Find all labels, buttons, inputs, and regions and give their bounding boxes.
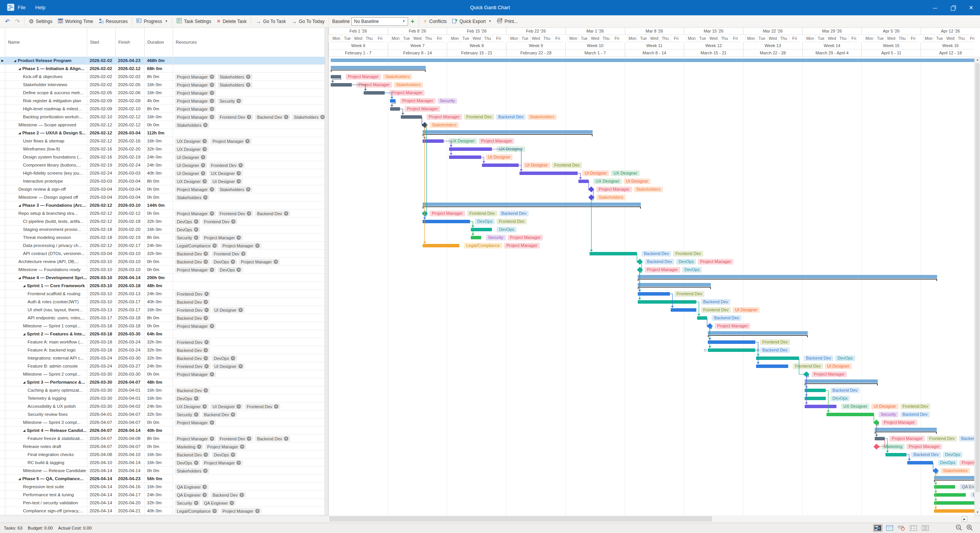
remove-resource-icon[interactable]: ✕ xyxy=(204,252,208,256)
resource-chip[interactable]: Project Manager✕ xyxy=(220,508,261,514)
remove-resource-icon[interactable]: ✕ xyxy=(247,211,251,216)
table-row[interactable]: Final integration checks2026-04-082026-0… xyxy=(0,451,325,459)
task-bar[interactable] xyxy=(449,147,492,151)
remove-resource-icon[interactable]: ✕ xyxy=(204,300,208,304)
task-bar[interactable] xyxy=(708,340,755,344)
remove-resource-icon[interactable]: ✕ xyxy=(255,244,260,248)
task-bar[interactable] xyxy=(449,155,481,159)
remove-resource-icon[interactable]: ✕ xyxy=(203,139,207,143)
task-bar[interactable] xyxy=(907,461,933,464)
resource-chip[interactable]: Project Manager✕ xyxy=(175,114,216,120)
table-row[interactable]: RC build & tagging2026-04-102026-04-1416… xyxy=(0,459,325,467)
resource-chip[interactable]: Backend Dev✕ xyxy=(175,452,210,458)
resource-chip[interactable]: UX Designer✕ xyxy=(209,170,243,176)
task-bar[interactable] xyxy=(671,308,696,312)
table-row[interactable]: Milestone — Scope approved2026-02-122026… xyxy=(0,121,325,129)
summary-bar[interactable] xyxy=(423,130,593,134)
remove-resource-icon[interactable]: ✕ xyxy=(247,437,251,441)
pane-splitter[interactable] xyxy=(325,28,328,515)
remove-resource-icon[interactable]: ✕ xyxy=(231,356,235,360)
remove-resource-icon[interactable]: ✕ xyxy=(237,404,241,409)
resource-chip[interactable]: Security✕ xyxy=(175,235,200,240)
resource-chip[interactable]: Backend Dev✕ xyxy=(255,114,290,120)
summary-bar[interactable] xyxy=(423,203,641,206)
resource-chip[interactable]: Backend Dev✕ xyxy=(175,259,210,265)
remove-resource-icon[interactable]: ✕ xyxy=(237,235,241,240)
resource-chip[interactable]: Stakeholders✕ xyxy=(218,74,252,80)
resource-chip[interactable]: Project Manager✕ xyxy=(175,82,216,88)
table-row[interactable]: Repo setup & branching stra...2026-02-12… xyxy=(0,209,325,217)
task-bar[interactable] xyxy=(875,437,885,440)
milestone-diamond[interactable] xyxy=(874,444,880,450)
vertical-scrollbar[interactable]: ▲ ▼ xyxy=(974,57,980,515)
table-row[interactable]: Wireframes (low-fi)2026-02-162026-02-203… xyxy=(0,145,325,153)
remove-resource-icon[interactable]: ✕ xyxy=(210,437,214,441)
remove-resource-icon[interactable]: ✕ xyxy=(240,493,244,497)
summary-bar[interactable] xyxy=(331,59,974,62)
remove-resource-icon[interactable]: ✕ xyxy=(203,123,207,127)
task-bar[interactable] xyxy=(471,228,492,231)
resource-chip[interactable]: Project Manager✕ xyxy=(175,436,216,441)
table-row[interactable]: Feature A: main workflow (...2026-03-182… xyxy=(0,338,325,346)
remove-resource-icon[interactable]: ✕ xyxy=(212,244,217,248)
view-gantt-button[interactable] xyxy=(873,524,882,532)
resource-chip[interactable]: Security✕ xyxy=(175,412,200,417)
go-to-today-button[interactable]: →Go To Today xyxy=(289,17,327,25)
task-bar[interactable] xyxy=(331,83,352,87)
table-row[interactable]: API endpoints: users, roles,...2026-03-1… xyxy=(0,314,325,322)
resource-chip[interactable]: Frontend Dev✕ xyxy=(212,251,247,257)
remove-resource-icon[interactable]: ✕ xyxy=(212,509,217,513)
resource-chip[interactable]: UI Designer✕ xyxy=(212,307,245,313)
remove-resource-icon[interactable]: ✕ xyxy=(247,115,251,119)
remove-resource-icon[interactable]: ✕ xyxy=(204,292,209,296)
remove-resource-icon[interactable]: ✕ xyxy=(204,453,208,457)
settings-button[interactable]: ⚙Settings xyxy=(26,17,55,25)
task-bar[interactable] xyxy=(638,292,670,296)
table-row[interactable]: Feature A: backend logic2026-03-182026-0… xyxy=(0,346,325,354)
table-row[interactable]: ◢Phase 5 — QA, Compliance...2026-04-1420… xyxy=(0,475,325,483)
summary-bar[interactable] xyxy=(331,66,426,69)
table-row[interactable]: Integrations: external API c...2026-03-2… xyxy=(0,354,325,362)
resource-chip[interactable]: Marketing✕ xyxy=(175,444,203,450)
table-row[interactable]: CI pipeline (build, tests, artifa...2026… xyxy=(0,217,325,226)
resource-chip[interactable]: DevOps✕ xyxy=(175,396,200,401)
task-bar[interactable] xyxy=(934,501,975,505)
remove-resource-icon[interactable]: ✕ xyxy=(284,437,288,441)
summary-bar[interactable] xyxy=(708,331,807,335)
conflicts-button[interactable]: ⚡Conflicts xyxy=(421,17,450,25)
remove-resource-icon[interactable]: ✕ xyxy=(194,461,198,465)
resource-chip[interactable]: UX Designer✕ xyxy=(175,178,209,184)
task-bar[interactable] xyxy=(708,348,755,352)
remove-resource-icon[interactable]: ✕ xyxy=(194,412,198,417)
resource-chip[interactable]: DevOps✕ xyxy=(218,267,243,273)
remove-resource-icon[interactable]: ✕ xyxy=(194,501,198,505)
table-row[interactable]: Milestone — Sprint 1 compl...2026-03-182… xyxy=(0,322,325,330)
task-bar[interactable] xyxy=(805,389,826,392)
remove-resource-icon[interactable]: ✕ xyxy=(194,235,198,240)
working-time-button[interactable]: Working Time xyxy=(55,17,96,26)
remove-resource-icon[interactable]: ✕ xyxy=(284,115,288,119)
summary-bar[interactable] xyxy=(934,476,975,479)
column-header-resources[interactable]: Resources xyxy=(173,28,325,57)
task-bar[interactable] xyxy=(364,91,385,95)
table-row[interactable]: Telemetry & logging2026-03-302026-04-011… xyxy=(0,394,325,402)
remove-resource-icon[interactable]: ✕ xyxy=(237,99,241,103)
table-row[interactable]: Regression test suite2026-04-142026-04-1… xyxy=(0,483,325,491)
table-row[interactable]: User flows & sitemap2026-02-122026-02-16… xyxy=(0,137,325,145)
remove-resource-icon[interactable]: ✕ xyxy=(204,316,208,320)
milestone-diamond[interactable] xyxy=(874,420,880,426)
table-row[interactable]: Milestone — Sprint 2 compl...2026-03-302… xyxy=(0,370,325,378)
resource-chip[interactable]: Legal/Compliance✕ xyxy=(175,508,219,514)
table-row[interactable]: Milestone — Foundations ready2026-03-102… xyxy=(0,266,325,274)
remove-resource-icon[interactable]: ✕ xyxy=(204,260,208,264)
remove-resource-icon[interactable]: ✕ xyxy=(210,187,214,191)
remove-resource-icon[interactable]: ✕ xyxy=(203,469,207,473)
table-row[interactable]: Security review fixes2026-04-012026-04-0… xyxy=(0,410,325,419)
resource-chip[interactable]: UI Designer✕ xyxy=(212,363,245,369)
milestone-diamond[interactable] xyxy=(804,371,810,378)
remove-resource-icon[interactable]: ✕ xyxy=(210,324,214,328)
table-row[interactable]: ◢Phase 1 — Initiation & Align...2026-02-… xyxy=(0,65,325,73)
task-bar[interactable] xyxy=(805,397,826,400)
resource-chip[interactable]: Backend Dev✕ xyxy=(255,436,290,441)
table-row[interactable]: Performance test & tuning2026-04-142026-… xyxy=(0,491,325,499)
